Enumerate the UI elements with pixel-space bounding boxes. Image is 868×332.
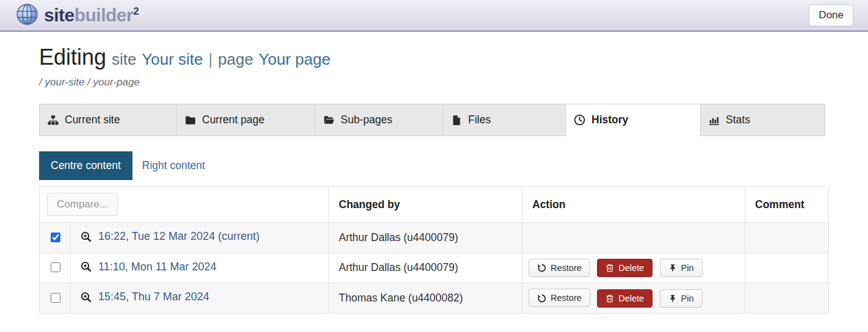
comment-cell xyxy=(745,253,829,283)
compare-header-cell: Compare... xyxy=(40,187,329,223)
version-label: 16:22, Tue 12 Mar 2024 (current) xyxy=(98,230,259,243)
trash-icon xyxy=(606,264,614,272)
tab-current-site[interactable]: Current site xyxy=(39,104,177,136)
delete-button[interactable]: Delete xyxy=(597,259,653,277)
breadcrumb-slash: / xyxy=(87,76,90,88)
version-cell: 11:10, Mon 11 Mar 2024 xyxy=(71,253,329,283)
undo-icon xyxy=(537,294,546,303)
tab-sub-pages[interactable]: Sub-pages xyxy=(315,104,443,136)
restore-button[interactable]: Restore xyxy=(529,289,590,307)
tab-label: Current site xyxy=(65,114,120,126)
restore-label: Restore xyxy=(551,293,582,303)
logo-wordmark: sitebuilder2 xyxy=(44,5,139,26)
top-bar: sitebuilder2 Done xyxy=(0,0,868,32)
breadcrumb-slash: / xyxy=(39,76,42,88)
version-link[interactable]: 11:10, Mon 11 Mar 2024 xyxy=(81,261,216,273)
page-word: page xyxy=(218,50,253,68)
restore-button[interactable]: Restore xyxy=(529,259,590,277)
table-row: 11:10, Mon 11 Mar 2024 Arthur Dallas (u4… xyxy=(40,253,829,283)
version-cell: 16:22, Tue 12 Mar 2024 (current) xyxy=(71,223,329,253)
version-cell: 15:45, Thu 7 Mar 2024 xyxy=(71,283,329,314)
tab-files[interactable]: Files xyxy=(443,104,566,136)
delete-label: Delete xyxy=(618,294,644,303)
globe-icon xyxy=(16,3,38,28)
site-name-link[interactable]: Your site xyxy=(142,50,203,68)
pin-icon xyxy=(668,264,677,272)
checkbox-cell xyxy=(40,223,71,253)
table-row: 15:45, Thu 7 Mar 2024 Thomas Kane (u4400… xyxy=(40,283,829,314)
version-link[interactable]: 15:45, Thu 7 Mar 2024 xyxy=(81,290,209,303)
changed-by-cell: Arthur Dallas (u4400079) xyxy=(329,253,523,283)
table-row: 16:22, Tue 12 Mar 2024 (current) Arthur … xyxy=(40,223,829,253)
tab-label: Sub-pages xyxy=(341,114,392,126)
comment-cell xyxy=(745,283,829,314)
zoom-in-icon xyxy=(81,231,92,242)
action-cell: Restore Delete Pin xyxy=(523,253,745,283)
pin-label: Pin xyxy=(681,263,694,273)
version-checkbox[interactable] xyxy=(51,233,60,242)
tab-label: Current page xyxy=(202,114,264,126)
changed-by-cell: Thomas Kane (u4400082) xyxy=(329,283,523,314)
page-name-link[interactable]: Your page xyxy=(259,50,331,68)
site-word: site xyxy=(112,50,136,68)
compare-button[interactable]: Compare... xyxy=(47,193,118,216)
comment-cell xyxy=(745,223,829,253)
column-comment: Comment xyxy=(745,187,829,223)
content-tab-bar: Centre content Right content xyxy=(39,151,828,180)
breadcrumb: / your-site / your-page xyxy=(39,76,828,88)
breadcrumb-site-link[interactable]: your-site xyxy=(45,76,84,88)
pin-button[interactable]: Pin xyxy=(660,259,703,277)
sitemap-icon xyxy=(48,115,59,126)
restore-label: Restore xyxy=(551,263,582,273)
column-changed-by: Changed by xyxy=(329,187,523,223)
delete-button[interactable]: Delete xyxy=(597,289,653,308)
editing-label: Editing xyxy=(39,45,106,70)
tab-label: Files xyxy=(468,114,491,126)
action-cell xyxy=(523,223,745,253)
sitebuilder-logo: sitebuilder2 xyxy=(16,3,139,28)
tab-right-content[interactable]: Right content xyxy=(142,159,205,172)
tab-label: Stats xyxy=(726,114,750,126)
checkbox-cell xyxy=(40,253,71,283)
tab-stats[interactable]: Stats xyxy=(700,104,825,136)
version-label: 11:10, Mon 11 Mar 2024 xyxy=(98,261,216,273)
clock-icon xyxy=(574,114,585,126)
folder-open-icon xyxy=(324,115,335,126)
title-divider: | xyxy=(208,50,212,68)
tab-current-page[interactable]: Current page xyxy=(176,104,316,136)
table-header-row: Compare... Changed by Action Comment xyxy=(40,187,829,223)
delete-label: Delete xyxy=(618,263,644,273)
bar-chart-icon xyxy=(709,115,720,126)
tab-centre-content[interactable]: Centre content xyxy=(39,151,132,180)
checkbox-cell xyxy=(40,283,71,314)
folder-icon xyxy=(185,115,196,126)
tab-history[interactable]: History xyxy=(565,104,701,136)
pin-label: Pin xyxy=(681,294,694,303)
version-checkbox[interactable] xyxy=(51,293,60,303)
version-checkbox[interactable] xyxy=(51,262,60,272)
history-table: Compare... Changed by Action Comment xyxy=(39,186,829,314)
pin-icon xyxy=(668,294,677,303)
version-link[interactable]: 16:22, Tue 12 Mar 2024 (current) xyxy=(81,230,259,243)
undo-icon xyxy=(537,263,546,272)
file-icon xyxy=(451,115,462,126)
trash-icon xyxy=(606,294,614,303)
pin-button[interactable]: Pin xyxy=(660,289,703,308)
main-tab-bar: Current site Current page Sub-pages File… xyxy=(39,104,828,136)
page-title: Editing site Your site | page Your page xyxy=(39,45,828,70)
zoom-in-icon xyxy=(81,261,92,272)
tab-label: History xyxy=(591,114,628,126)
column-action: Action xyxy=(523,187,745,223)
changed-by-cell: Arthur Dallas (u4400079) xyxy=(329,223,523,253)
version-label: 15:45, Thu 7 Mar 2024 xyxy=(98,290,209,303)
breadcrumb-page: your-page xyxy=(93,76,140,88)
done-button[interactable]: Done xyxy=(809,4,853,26)
zoom-in-icon xyxy=(81,292,92,303)
action-cell: Restore Delete Pin xyxy=(523,283,745,314)
main-content: Editing site Your site | page Your page … xyxy=(0,45,868,314)
